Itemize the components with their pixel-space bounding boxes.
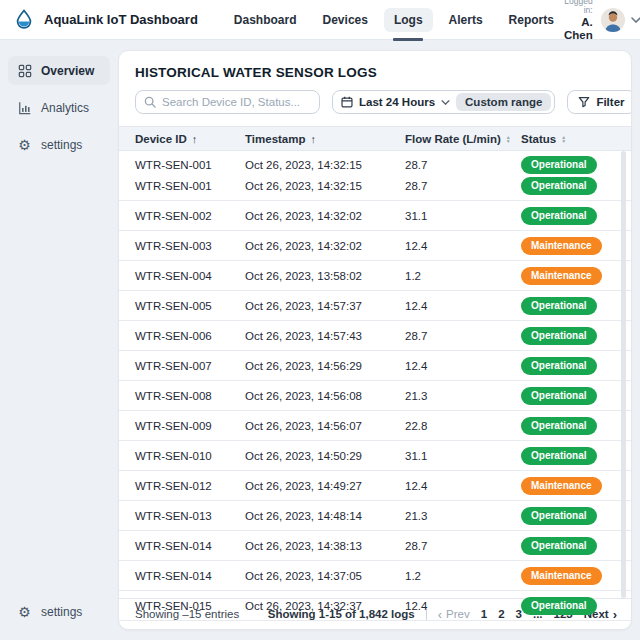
device-id-cell: WTR-SEN-003 (135, 240, 245, 252)
table-row: WTR-SEN-007Oct 26, 2023, 14:56:2912.4Ope… (119, 351, 631, 381)
status-cell: Operational (521, 297, 613, 315)
status-badge: Operational (521, 447, 597, 465)
column-header-timestamp[interactable]: Timestamp↑ (245, 133, 405, 145)
search-icon (144, 96, 156, 108)
column-header-flow-rate[interactable]: Flow Rate (L/min)▲▼ (405, 133, 521, 145)
flow-rate-cell: 12.4 (405, 600, 521, 612)
flow-rate-cell: 31.1 (405, 210, 521, 222)
app-title: AquaLink IoT Dashboard (44, 12, 198, 27)
status-cell: Maintenance (521, 237, 613, 255)
flow-rate-cell: 12.4 (405, 360, 521, 372)
status-badge: Maintenance (521, 267, 602, 285)
custom-range-button[interactable]: Custom range (456, 93, 551, 111)
device-id-cell: WTR-SEN-004 (135, 270, 245, 282)
sidebar-item-settings[interactable]: ⚙ settings (8, 130, 110, 159)
status-badge: Maintenance (521, 237, 602, 255)
sidebar-item-label: settings (41, 138, 82, 152)
nav-logs[interactable]: Logs (384, 8, 433, 32)
device-id-cell: WTR-SEN-014 (135, 570, 245, 582)
timestamp-cell: Oct 26, 2023, 13:58:02 (245, 270, 405, 282)
table-body: WTR-SEN-001Oct 26, 2023, 14:32:1528.7Ope… (119, 151, 631, 621)
flow-rate-cell: 28.7 (405, 159, 521, 171)
status-badge: Operational (521, 297, 597, 315)
search-input[interactable] (162, 96, 311, 108)
status-cell: Operational (521, 177, 613, 195)
login-info: Logged in: A. Chen (564, 0, 593, 42)
status-cell: Maintenance (521, 567, 613, 585)
status-cell: Operational (521, 327, 613, 345)
nav-devices[interactable]: Devices (313, 8, 378, 32)
flow-rate-cell: 28.7 (405, 540, 521, 552)
timestamp-cell: Oct 26, 2023, 14:57:37 (245, 300, 405, 312)
table-row: WTR-SEN-001Oct 26, 2023, 14:32:1528.7Ope… (119, 151, 631, 201)
timestamp-cell: Oct 26, 2023, 14:48:14 (245, 510, 405, 522)
status-badge: Operational (521, 327, 597, 345)
status-cell: Operational (521, 447, 613, 465)
user-menu-chevron-down-icon[interactable] (631, 17, 640, 23)
nav-reports[interactable]: Reports (499, 8, 564, 32)
timestamp-cell: Oct 26, 2023, 14:56:08 (245, 390, 405, 402)
status-badge: Maintenance (521, 477, 602, 495)
table-row: WTR-SEN-006Oct 26, 2023, 14:57:4328.7Ope… (119, 321, 631, 351)
status-badge: Operational (521, 417, 597, 435)
calendar-icon (341, 96, 353, 108)
logged-in-label: Logged in: (564, 0, 593, 16)
device-id-cell: WTR-SEN-014 (135, 540, 245, 552)
sidebar-item-label: Overview (41, 64, 94, 78)
app-window: AquaLink IoT Dashboard Dashboard Devices… (0, 0, 640, 640)
timestamp-cell: Oct 26, 2023, 14:32:15 (245, 159, 405, 171)
sidebar-item-analytics[interactable]: Analytics (8, 93, 110, 122)
top-navigation-bar: AquaLink IoT Dashboard Dashboard Devices… (0, 0, 640, 40)
user-avatar[interactable] (601, 8, 625, 32)
status-cell: Operational (521, 597, 613, 615)
sort-both-icon: ▲▼ (506, 135, 511, 143)
timestamp-cell: Oct 26, 2023, 14:32:02 (245, 210, 405, 222)
sort-asc-icon: ↑ (311, 133, 317, 145)
nav-dashboard[interactable]: Dashboard (224, 8, 307, 32)
sidebar: Overview Analytics ⚙ settings (0, 40, 118, 640)
device-id-cell: WTR-SEN-009 (135, 420, 245, 432)
sort-both-icon: ▲▼ (561, 135, 566, 143)
column-header-status[interactable]: Status▲▼ (521, 133, 613, 145)
device-id-cell: WTR-SEN-007 (135, 360, 245, 372)
search-box (135, 90, 320, 114)
filter-button[interactable]: Filter (567, 90, 632, 114)
table-toolbar: Last 24 Hours Custom range Filter (119, 80, 631, 126)
status-cell: Operational (521, 417, 613, 435)
nav-alerts[interactable]: Alerts (439, 8, 493, 32)
device-id-cell: WTR-SEN-013 (135, 510, 245, 522)
timestamp-cell: Oct 26, 2023, 14:32:02 (245, 240, 405, 252)
page-title: HISTORICAL WATER SENSOR LOGS (119, 51, 631, 80)
flow-rate-cell: 12.4 (405, 480, 521, 492)
table-header-row: Device ID↑ Timestamp↑ Flow Rate (L/min)▲… (119, 126, 631, 151)
status-cell: Maintenance (521, 267, 613, 285)
sidebar-item-label: Analytics (41, 101, 89, 115)
table-row: WTR-SEN-015Oct 26, 2023, 14:32:3712.4Ope… (119, 591, 631, 621)
time-range-selected[interactable]: Last 24 Hours (359, 96, 435, 108)
active-tab-underline (393, 38, 423, 41)
status-cell: Operational (521, 387, 613, 405)
time-range-chevron-down-icon[interactable] (441, 100, 450, 105)
gear-icon: ⚙ (17, 604, 32, 619)
table-row: WTR-SEN-008Oct 26, 2023, 14:56:0821.3Ope… (119, 381, 631, 411)
vertical-scrollbar[interactable] (621, 151, 626, 598)
timestamp-cell: Oct 26, 2023, 14:37:05 (245, 570, 405, 582)
status-cell: Maintenance (521, 477, 613, 495)
device-id-cell: WTR-SEN-001 (135, 180, 245, 192)
table-row: WTR-SEN-004Oct 26, 2023, 13:58:021.2Main… (119, 261, 631, 291)
status-badge: Operational (521, 207, 597, 225)
table-row: WTR-SEN-009Oct 26, 2023, 14:56:0722.8Ope… (119, 411, 631, 441)
device-id-cell: WTR-SEN-006 (135, 330, 245, 342)
status-badge: Operational (521, 156, 597, 174)
sidebar-item-overview[interactable]: Overview (8, 56, 110, 85)
sidebar-item-label: settings (41, 605, 82, 619)
column-header-device-id[interactable]: Device ID↑ (135, 133, 245, 145)
timestamp-cell: Oct 26, 2023, 14:32:37 (245, 600, 405, 612)
sidebar-footer-settings[interactable]: ⚙ settings (8, 597, 110, 626)
status-badge: Maintenance (521, 567, 602, 585)
timestamp-cell: Oct 26, 2023, 14:56:07 (245, 420, 405, 432)
status-cell: Operational (521, 156, 613, 174)
status-cell: Operational (521, 207, 613, 225)
logs-panel: HISTORICAL WATER SENSOR LOGS Last 24 Hou… (118, 50, 632, 630)
flow-rate-cell: 31.1 (405, 450, 521, 462)
